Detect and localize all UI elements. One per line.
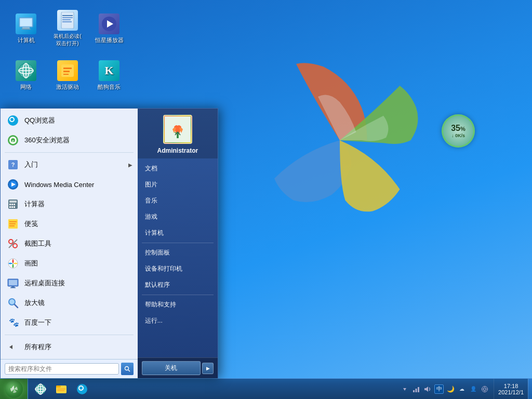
menu-item-wmc[interactable]: Windows Media Center <box>1 175 138 194</box>
search-input[interactable] <box>5 363 119 375</box>
taskbar-right: 中 🌙 ☁ 👤 <box>396 379 532 399</box>
menu-item-notepad[interactable]: 便笺 <box>1 214 138 234</box>
desktop-icon-player[interactable]: 恒星播放器 <box>88 5 130 52</box>
menu-right-run[interactable]: 运行... <box>138 313 218 329</box>
svg-rect-43 <box>9 225 15 227</box>
player-label: 恒星播放器 <box>95 36 124 44</box>
paint-icon <box>6 256 20 271</box>
desktop-icon-setup[interactable]: 装机后必读( 双击打开) <box>47 5 88 52</box>
menu-right-documents[interactable]: 文档 <box>138 161 218 177</box>
menu-item-magnifier[interactable]: 放大镜 <box>1 293 138 313</box>
menu-right-computer[interactable]: 计算机 <box>138 225 218 241</box>
network-speed-widget: 35 % ↓ 0K/s <box>442 114 475 148</box>
wmc-label: Windows Media Center <box>24 181 94 189</box>
all-programs-icon <box>6 340 20 354</box>
start-button[interactable] <box>0 379 28 400</box>
menu-right-games[interactable]: 游戏 <box>138 209 218 225</box>
search-button[interactable] <box>121 363 134 375</box>
svg-rect-75 <box>418 387 419 392</box>
menu-right-music[interactable]: 音乐 <box>138 193 218 209</box>
desktop-icon-network[interactable]: 网络 <box>5 52 47 99</box>
start-menu: QQ浏览器 e 360安全浏览器 <box>0 108 218 378</box>
menu-item-calculator[interactable]: 计算器 <box>1 194 138 214</box>
shutdown-button[interactable]: 关机 <box>142 361 201 375</box>
tray-settings-icon[interactable] <box>480 384 489 394</box>
rdp-icon <box>6 276 20 290</box>
right-menu-items: 文档 图片 音乐 游戏 计算机 控制面板 <box>138 158 218 357</box>
driver-label: 激活驱动 <box>56 83 79 91</box>
shutdown-arrow-button[interactable]: ▶ <box>202 363 214 374</box>
menu-item-baidu[interactable]: 🐾 百度一下 <box>1 313 138 332</box>
svg-marker-72 <box>403 388 406 391</box>
svg-rect-8 <box>62 21 72 22</box>
tray-network-icon[interactable] <box>411 384 421 394</box>
calculator-icon <box>6 197 20 211</box>
user-avatar[interactable] <box>163 115 192 144</box>
svg-rect-67 <box>57 389 65 390</box>
svg-rect-18 <box>63 71 70 72</box>
tray-user-icon[interactable]: 👤 <box>469 384 478 394</box>
taskbar: 中 🌙 ☁ 👤 <box>0 378 532 399</box>
svg-rect-7 <box>62 19 71 20</box>
svg-point-56 <box>125 367 128 370</box>
snip-label: 截图工具 <box>24 239 51 248</box>
show-desktop-button[interactable] <box>528 379 532 400</box>
menu-right-default-programs[interactable]: 默认程序 <box>138 277 218 293</box>
desktop-icon-computer[interactable]: 计算机 <box>5 5 47 52</box>
svg-rect-1 <box>20 19 32 26</box>
network-speed-label: ↓ 0K/s <box>451 133 465 138</box>
tray-cloud-icon[interactable]: ☁ <box>457 384 467 394</box>
svg-rect-41 <box>9 221 17 222</box>
360-browser-icon: e <box>6 133 20 148</box>
svg-rect-39 <box>14 206 15 208</box>
svg-text:e: e <box>12 139 14 143</box>
menu-right-help[interactable]: 帮助和支持 <box>138 297 218 313</box>
svg-marker-55 <box>9 345 12 349</box>
svg-marker-76 <box>424 387 428 392</box>
svg-rect-38 <box>11 206 13 208</box>
network-icon <box>16 60 36 81</box>
tray-moon-icon[interactable]: 🌙 <box>446 384 455 394</box>
taskbar-icon-ie2[interactable] <box>72 380 92 398</box>
system-tray: 中 🌙 ☁ 👤 <box>396 379 494 399</box>
svg-rect-2 <box>22 27 30 29</box>
qq-browser-label: QQ浏览器 <box>24 116 55 125</box>
taskbar-pinned-icons <box>28 379 95 399</box>
desktop-icon-music[interactable]: K 酷狗音乐 <box>88 52 130 99</box>
start-menu-search <box>1 359 138 378</box>
menu-divider-2 <box>5 335 134 335</box>
computer-icon <box>16 14 36 34</box>
tray-volume-icon[interactable] <box>423 384 432 394</box>
shutdown-row: 关机 ▶ <box>138 357 218 378</box>
tray-language-icon[interactable]: 中 <box>434 384 444 394</box>
baidu-icon: 🐾 <box>6 315 20 330</box>
start-orb <box>5 380 23 398</box>
setup-label-line1: 装机后必读( <box>54 33 81 40</box>
desktop-icon-driver[interactable]: 激活驱动 <box>47 52 88 99</box>
setup-icon <box>57 10 78 31</box>
menu-item-snip[interactable]: 截图工具 <box>1 234 138 254</box>
menu-item-intro[interactable]: ? 入门 ▶ <box>1 155 138 175</box>
svg-point-77 <box>484 388 486 390</box>
svg-rect-42 <box>9 223 16 224</box>
calculator-label: 计算器 <box>24 200 45 209</box>
svg-rect-37 <box>9 206 11 208</box>
all-programs-label: 所有程序 <box>24 342 51 352</box>
taskbar-icon-ie[interactable] <box>30 380 51 398</box>
360-browser-label: 360安全浏览器 <box>24 136 70 145</box>
tray-expand-icon[interactable] <box>400 384 409 394</box>
menu-item-qq-browser[interactable]: QQ浏览器 <box>1 111 138 130</box>
clock[interactable]: 17:18 2021/12/1 <box>494 379 528 399</box>
menu-right-devices[interactable]: 设备和打印机 <box>138 261 218 277</box>
taskbar-icon-explorer[interactable] <box>51 380 72 398</box>
menu-right-control-panel[interactable]: 控制面板 <box>138 245 218 261</box>
menu-item-paint[interactable]: 画图 <box>1 254 138 273</box>
clock-time: 17:18 <box>504 383 518 389</box>
snip-icon <box>6 236 20 251</box>
menu-divider-1 <box>5 152 134 153</box>
menu-right-pictures[interactable]: 图片 <box>138 177 218 193</box>
menu-item-360-browser[interactable]: e 360安全浏览器 <box>1 130 138 150</box>
magnifier-icon <box>6 296 20 310</box>
menu-item-all-programs[interactable]: 所有程序 <box>1 337 138 357</box>
menu-item-rdp[interactable]: 远程桌面连接 <box>1 273 138 293</box>
